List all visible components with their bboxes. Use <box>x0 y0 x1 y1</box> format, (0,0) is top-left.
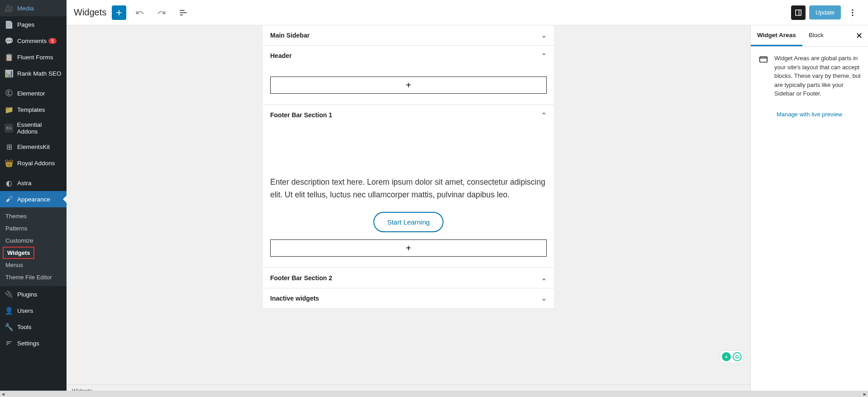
media-icon: 🎥 <box>5 4 14 13</box>
chevron-up-icon: ⌃ <box>541 52 547 59</box>
sub-customize[interactable]: Customize <box>0 234 67 247</box>
sub-patterns[interactable]: Patterns <box>0 222 67 234</box>
svg-rect-3 <box>760 57 768 62</box>
admin-sidebar: 🎥 Media 📄 Pages 💬 Comments 5 📋 Fluent Fo… <box>0 0 67 397</box>
panel-header-footer-2[interactable]: Footer Bar Section 2 ⌄ <box>263 268 554 288</box>
svg-point-2 <box>852 14 853 16</box>
panel-title: Footer Bar Section 1 <box>270 111 332 119</box>
chevron-down-icon: ⌄ <box>541 274 547 282</box>
add-block-area-footer1[interactable]: + <box>270 239 547 257</box>
sub-widgets[interactable]: Widgets <box>3 247 34 259</box>
toolbar: Widgets Update <box>67 0 868 25</box>
svg-point-0 <box>852 9 853 10</box>
panel-header: Header ⌃ + <box>263 46 554 105</box>
sidebar-item-tools[interactable]: 🔧 Tools <box>0 319 67 335</box>
editor-canvas: Main Sidebar ⌄ Header ⌃ + <box>67 25 750 397</box>
add-block-button[interactable] <box>112 5 126 20</box>
sidebar-item-comments[interactable]: 💬 Comments 5 <box>0 33 67 49</box>
panel-main-sidebar: Main Sidebar ⌄ <box>263 25 554 46</box>
sidebar-label: Comments <box>17 38 47 44</box>
sidebar-label: Pages <box>17 21 34 28</box>
sidebar-label: Media <box>17 5 34 12</box>
settings-panel: Widget Areas Block ✕ Widget Areas are gl… <box>750 25 868 397</box>
scroll-left-icon[interactable]: ◄ <box>0 392 6 397</box>
plugins-icon: 🔌 <box>5 290 14 299</box>
sidebar-item-essential-addons[interactable]: EA Essential Addons <box>0 118 67 139</box>
astra-icon: ◐ <box>5 178 14 187</box>
seo-icon: 📊 <box>5 69 14 78</box>
svg-point-1 <box>852 12 853 13</box>
sidebar-item-users[interactable]: 👤 Users <box>0 302 67 319</box>
sidebar-item-elementor[interactable]: Ⓔ Elementor <box>0 85 67 101</box>
sidebar-item-appearance[interactable]: 🖌 Appearance <box>0 191 67 207</box>
forms-icon: 📋 <box>5 53 14 62</box>
sidebar-label: Settings <box>17 340 39 347</box>
panel-inactive: Inactive widgets ⌄ <box>263 288 554 309</box>
sidebar-label: ElementsKit <box>17 143 50 150</box>
sidebar-label: Fluent Forms <box>17 54 53 61</box>
sidebar-item-fluent-forms[interactable]: 📋 Fluent Forms <box>0 49 67 65</box>
panel-title: Main Sidebar <box>270 32 310 39</box>
sidebar-item-media[interactable]: 🎥 Media <box>0 0 67 16</box>
pages-icon: 📄 <box>5 20 14 29</box>
sidebar-label: Appearance <box>17 196 50 203</box>
sidebar-label: Templates <box>17 106 45 113</box>
page-title: Widgets <box>74 7 106 18</box>
sub-theme-editor[interactable]: Theme File Editor <box>0 271 67 283</box>
list-view-button[interactable] <box>175 5 191 21</box>
horizontal-scrollbar[interactable]: ◄ ► <box>0 391 868 397</box>
options-button[interactable] <box>844 5 861 21</box>
manage-live-preview-link[interactable]: Manage with live preview <box>751 105 868 123</box>
panel-title: Inactive widgets <box>270 295 319 302</box>
floating-assist-icons: + G <box>720 350 744 363</box>
ea-icon: EA <box>5 124 13 133</box>
tools-icon: 🔧 <box>5 322 14 331</box>
panel-title: Header <box>270 52 291 59</box>
elementor-icon: Ⓔ <box>5 89 14 98</box>
chevron-down-icon: ⌄ <box>541 32 547 39</box>
sidebar-item-astra[interactable]: ◐ Astra <box>0 175 67 191</box>
grammarly-icon[interactable]: G <box>733 352 742 361</box>
start-learning-button[interactable]: Start Learning <box>373 212 443 232</box>
settings-tabs: Widget Areas Block ✕ <box>751 25 868 47</box>
appearance-submenu: Themes Patterns Customize Widgets Menus … <box>0 207 67 286</box>
close-panel-button[interactable]: ✕ <box>850 25 868 46</box>
panel-footer-2: Footer Bar Section 2 ⌄ <box>263 268 554 288</box>
widget-areas-description: Widget Areas are global parts in your si… <box>774 54 861 98</box>
add-block-area-header[interactable]: + <box>270 77 547 94</box>
sidebar-item-plugins[interactable]: 🔌 Plugins <box>0 286 67 302</box>
panel-header-main-sidebar[interactable]: Main Sidebar ⌄ <box>263 25 554 45</box>
scroll-right-icon[interactable]: ► <box>862 392 868 397</box>
sidebar-item-templates[interactable]: 📁 Templates <box>0 101 67 118</box>
tab-widget-areas[interactable]: Widget Areas <box>751 25 802 46</box>
sidebar-label: Users <box>17 307 33 314</box>
redo-button[interactable] <box>153 5 170 21</box>
footer1-description[interactable]: Enter description text here. Lorem ipsum… <box>270 172 547 205</box>
sidebar-item-royal-addons[interactable]: 👑 Royal Addons <box>0 155 67 171</box>
panel-header-footer-1[interactable]: Footer Bar Section 1 ⌃ <box>263 105 554 125</box>
main-area: Widgets Update <box>67 0 868 397</box>
sub-menus[interactable]: Menus <box>0 259 67 271</box>
sidebar-label: Plugins <box>17 291 37 298</box>
comments-badge: 5 <box>48 38 57 44</box>
settings-icon <box>5 339 14 348</box>
panel-footer-1: Footer Bar Section 1 ⌃ Enter description… <box>263 105 554 268</box>
sidebar-label: Astra <box>17 180 32 187</box>
panel-header-inactive[interactable]: Inactive widgets ⌄ <box>263 288 554 308</box>
sidebar-item-rank-math[interactable]: 📊 Rank Math SEO <box>0 65 67 81</box>
widget-area-icon <box>758 54 769 65</box>
update-button[interactable]: Update <box>809 5 841 19</box>
assist-icon[interactable]: + <box>722 352 731 361</box>
sidebar-item-elementskit[interactable]: ⊞ ElementsKit <box>0 139 67 155</box>
settings-panel-button[interactable] <box>791 5 806 20</box>
users-icon: 👤 <box>5 306 14 315</box>
templates-icon: 📁 <box>5 105 14 114</box>
sidebar-item-pages[interactable]: 📄 Pages <box>0 16 67 33</box>
sub-themes[interactable]: Themes <box>0 210 67 222</box>
panel-header-header[interactable]: Header ⌃ <box>263 46 554 66</box>
sidebar-item-settings[interactable]: Settings <box>0 335 67 351</box>
undo-button[interactable] <box>132 5 148 21</box>
royal-icon: 👑 <box>5 158 14 167</box>
tab-block[interactable]: Block <box>802 25 830 46</box>
sidebar-label: Essential Addons <box>17 121 62 135</box>
